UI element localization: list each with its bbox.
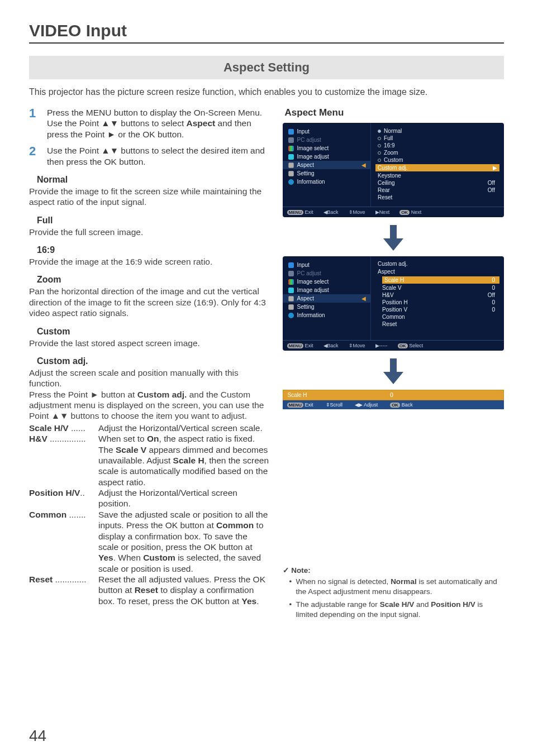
osd-foot-item: ▶----- bbox=[375, 343, 388, 348]
definition-desc: Reset the all adjusted values. Press the… bbox=[95, 574, 269, 606]
osd-foot-item: MENU Exit bbox=[287, 209, 313, 215]
osd-foot-item: MENU Exit bbox=[287, 402, 313, 408]
section-title: VIDEO Input bbox=[29, 21, 504, 44]
osd-slider-screenshot: Scale H 0 MENU Exit⇕Scroll◀▶ AdjustOK Ba… bbox=[283, 390, 504, 409]
osd-menu-icon bbox=[288, 296, 294, 302]
osd-menu-label: Aspect bbox=[297, 162, 315, 168]
osd-foot-item: ⇕Move bbox=[349, 343, 365, 348]
definition-row: Reset .............Reset the all adjuste… bbox=[29, 574, 269, 606]
slider-label: Scale H bbox=[288, 392, 307, 398]
step-number: 1 bbox=[29, 107, 40, 140]
osd-menu-icon bbox=[288, 279, 294, 285]
osd-menu-icon bbox=[288, 146, 294, 151]
osd-menu-item: Setting bbox=[283, 169, 371, 178]
option-169-title: 16:9 bbox=[37, 245, 269, 255]
osd-menu-item: Setting bbox=[283, 303, 371, 311]
step-row: 1Press the MENU button to display the On… bbox=[29, 107, 269, 140]
down-arrow-icon bbox=[283, 355, 504, 390]
definition-row: Scale H/V ......Adjust the Horizontal/Ve… bbox=[29, 423, 269, 433]
right-column: Aspect Menu InputPC adjustImage selectIm… bbox=[283, 107, 504, 622]
definition-term: H&V ............... bbox=[29, 433, 95, 487]
osd-option-row: Zoom bbox=[378, 149, 497, 156]
osd-menu-label: Information bbox=[297, 179, 325, 185]
definition-desc: When set to On, the aspect ratio is fixe… bbox=[95, 433, 269, 487]
osd-menu-label: Aspect bbox=[297, 295, 315, 302]
osd-menu-item: PC adjust bbox=[283, 136, 371, 144]
option-custom-desc: Provide the last stored aspect screen im… bbox=[29, 338, 269, 348]
osd-menu-item: Aspect◀ bbox=[283, 294, 371, 303]
definition-term: Common ....... bbox=[29, 509, 95, 574]
osd-menu-item: PC adjust bbox=[283, 269, 371, 277]
svg-marker-1 bbox=[383, 358, 403, 384]
osd-option-row: Position V0 bbox=[382, 306, 497, 313]
option-custom-adj-title: Custom adj. bbox=[37, 356, 269, 366]
osd-menu-item: Image adjust bbox=[283, 152, 371, 161]
osd-menu-icon bbox=[288, 129, 294, 135]
osd-menu-icon bbox=[288, 171, 294, 176]
option-normal-desc: Provide the image to fit the screen size… bbox=[29, 186, 269, 208]
option-169-desc: Provide the image at the 16:9 wide scree… bbox=[29, 256, 269, 267]
definition-row: H&V ...............When set to On, the a… bbox=[29, 433, 269, 487]
osd-option-row: Scale V0 bbox=[382, 284, 497, 291]
osd-menu-item: Aspect◀ bbox=[283, 161, 371, 169]
note-title: Note: bbox=[283, 566, 504, 576]
option-custom-adj-press: Press the Point ► button at Custom adj. … bbox=[29, 389, 269, 422]
definition-term: Scale H/V ...... bbox=[29, 423, 95, 433]
definition-desc: Adjust the Horizontal/Vertical screen po… bbox=[95, 487, 269, 509]
osd-menu-label: Image select bbox=[297, 145, 329, 151]
osd-foot-item: OK Back bbox=[390, 402, 413, 408]
osd-option-row: Keystone bbox=[378, 172, 497, 179]
step-text: Press the MENU button to display the On-… bbox=[47, 107, 269, 140]
osd-menu-label: Setting bbox=[297, 304, 315, 310]
step-number: 2 bbox=[29, 145, 40, 167]
osd-menu-icon bbox=[288, 137, 294, 143]
slider-value: 0 bbox=[390, 392, 393, 398]
osd-menu-icon bbox=[288, 162, 294, 168]
osd-option-row: Common bbox=[382, 313, 497, 320]
osd-option-row: 16:9 bbox=[378, 142, 497, 149]
definition-term: Position H/V.. bbox=[29, 487, 95, 509]
osd-option-row: Normal bbox=[378, 127, 497, 135]
osd-menu-label: Image adjust bbox=[297, 287, 329, 293]
step-row: 2Use the Point ▲▼ buttons to select the … bbox=[29, 145, 269, 167]
definition-term: Reset ............. bbox=[29, 574, 95, 606]
definition-desc: Adjust the Horizontal/Vertical screen sc… bbox=[95, 423, 269, 433]
osd-menu-item: Information bbox=[283, 178, 371, 186]
osd-foot-item: OK Select bbox=[398, 343, 423, 348]
left-column: 1Press the MENU button to display the On… bbox=[29, 107, 269, 622]
osd-foot-item: ▶Next bbox=[375, 209, 390, 215]
osd-screenshot-1: InputPC adjustImage selectImage adjustAs… bbox=[283, 123, 504, 217]
osd-menu-item: Image select bbox=[283, 277, 371, 286]
osd-option-row: Reset bbox=[382, 320, 497, 328]
osd-option-row: Full bbox=[378, 135, 497, 142]
osd-menu-label: Input bbox=[297, 128, 310, 135]
osd-foot-item: ⇕Scroll bbox=[326, 402, 343, 408]
osd-menu-icon bbox=[288, 271, 294, 276]
svg-marker-0 bbox=[383, 225, 403, 251]
osd-option-row: Reset bbox=[378, 194, 497, 201]
option-normal-title: Normal bbox=[37, 175, 269, 185]
option-custom-title: Custom bbox=[37, 327, 269, 337]
note-item: When no signal is detected, Normal is se… bbox=[289, 577, 504, 597]
osd-menu-item: Image select bbox=[283, 144, 371, 152]
osd-foot-item: ◀Back bbox=[323, 343, 339, 348]
option-full-desc: Provide the full screen image. bbox=[29, 227, 269, 237]
osd-menu-label: Image select bbox=[297, 279, 329, 285]
osd-menu-item: Input bbox=[283, 261, 371, 269]
osd-menu-item: Input bbox=[283, 127, 371, 136]
osd-menu-label: Setting bbox=[297, 170, 315, 176]
note-block: Note: When no signal is detected, Normal… bbox=[283, 566, 504, 620]
option-full-title: Full bbox=[37, 216, 269, 226]
osd-menu-label: Image adjust bbox=[297, 154, 329, 160]
page-number: 44 bbox=[29, 727, 46, 745]
down-arrow-icon bbox=[283, 222, 504, 256]
osd-menu-icon bbox=[288, 313, 294, 318]
osd-menu-icon bbox=[288, 288, 294, 293]
osd-menu-icon bbox=[288, 154, 294, 160]
osd-screenshot-2: InputPC adjustImage selectImage adjustAs… bbox=[283, 256, 504, 351]
option-zoom-desc: Pan the horizontal direction of the imag… bbox=[29, 286, 269, 318]
intro-text: This projector has the picture screen re… bbox=[29, 87, 504, 97]
custom-adj-definitions: Scale H/V ......Adjust the Horizontal/Ve… bbox=[29, 423, 269, 606]
option-custom-adj-intro: Adjust the screen scale and position man… bbox=[29, 367, 269, 389]
osd-menu-icon bbox=[288, 262, 294, 268]
